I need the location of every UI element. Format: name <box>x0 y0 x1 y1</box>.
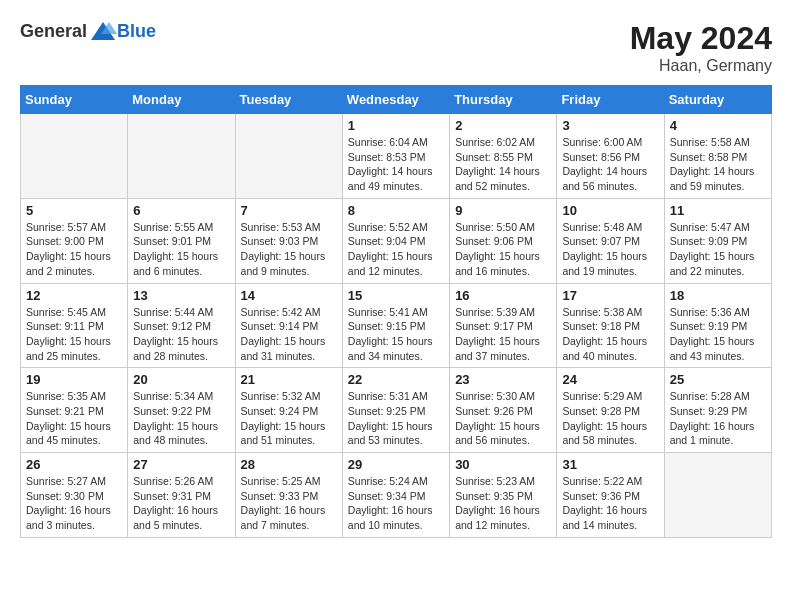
day-info: Sunrise: 5:27 AMSunset: 9:30 PMDaylight:… <box>26 474 122 533</box>
calendar-cell: 20Sunrise: 5:34 AMSunset: 9:22 PMDayligh… <box>128 368 235 453</box>
day-header-wednesday: Wednesday <box>342 86 449 114</box>
day-info: Sunrise: 6:04 AMSunset: 8:53 PMDaylight:… <box>348 135 444 194</box>
day-info: Sunrise: 5:34 AMSunset: 9:22 PMDaylight:… <box>133 389 229 448</box>
day-info: Sunrise: 5:57 AMSunset: 9:00 PMDaylight:… <box>26 220 122 279</box>
calendar-cell: 8Sunrise: 5:52 AMSunset: 9:04 PMDaylight… <box>342 198 449 283</box>
title-block: May 2024 Haan, Germany <box>630 20 772 75</box>
day-number: 5 <box>26 203 122 218</box>
day-header-monday: Monday <box>128 86 235 114</box>
day-info: Sunrise: 5:30 AMSunset: 9:26 PMDaylight:… <box>455 389 551 448</box>
day-info: Sunrise: 5:45 AMSunset: 9:11 PMDaylight:… <box>26 305 122 364</box>
day-number: 4 <box>670 118 766 133</box>
day-info: Sunrise: 5:41 AMSunset: 9:15 PMDaylight:… <box>348 305 444 364</box>
day-number: 29 <box>348 457 444 472</box>
day-number: 15 <box>348 288 444 303</box>
day-info: Sunrise: 6:00 AMSunset: 8:56 PMDaylight:… <box>562 135 658 194</box>
day-number: 18 <box>670 288 766 303</box>
calendar-cell: 9Sunrise: 5:50 AMSunset: 9:06 PMDaylight… <box>450 198 557 283</box>
calendar-cell: 25Sunrise: 5:28 AMSunset: 9:29 PMDayligh… <box>664 368 771 453</box>
day-number: 2 <box>455 118 551 133</box>
calendar-cell: 10Sunrise: 5:48 AMSunset: 9:07 PMDayligh… <box>557 198 664 283</box>
day-info: Sunrise: 5:55 AMSunset: 9:01 PMDaylight:… <box>133 220 229 279</box>
day-info: Sunrise: 5:36 AMSunset: 9:19 PMDaylight:… <box>670 305 766 364</box>
day-number: 27 <box>133 457 229 472</box>
calendar-cell: 3Sunrise: 6:00 AMSunset: 8:56 PMDaylight… <box>557 114 664 199</box>
day-number: 12 <box>26 288 122 303</box>
calendar-cell: 29Sunrise: 5:24 AMSunset: 9:34 PMDayligh… <box>342 453 449 538</box>
calendar-cell: 14Sunrise: 5:42 AMSunset: 9:14 PMDayligh… <box>235 283 342 368</box>
calendar-cell: 4Sunrise: 5:58 AMSunset: 8:58 PMDaylight… <box>664 114 771 199</box>
calendar-cell: 21Sunrise: 5:32 AMSunset: 9:24 PMDayligh… <box>235 368 342 453</box>
day-number: 31 <box>562 457 658 472</box>
calendar-cell <box>128 114 235 199</box>
day-info: Sunrise: 5:28 AMSunset: 9:29 PMDaylight:… <box>670 389 766 448</box>
calendar-cell: 7Sunrise: 5:53 AMSunset: 9:03 PMDaylight… <box>235 198 342 283</box>
day-info: Sunrise: 5:29 AMSunset: 9:28 PMDaylight:… <box>562 389 658 448</box>
calendar-week-3: 12Sunrise: 5:45 AMSunset: 9:11 PMDayligh… <box>21 283 772 368</box>
day-info: Sunrise: 5:47 AMSunset: 9:09 PMDaylight:… <box>670 220 766 279</box>
day-number: 21 <box>241 372 337 387</box>
day-number: 24 <box>562 372 658 387</box>
day-number: 20 <box>133 372 229 387</box>
day-number: 6 <box>133 203 229 218</box>
calendar-cell: 18Sunrise: 5:36 AMSunset: 9:19 PMDayligh… <box>664 283 771 368</box>
day-number: 8 <box>348 203 444 218</box>
day-info: Sunrise: 5:58 AMSunset: 8:58 PMDaylight:… <box>670 135 766 194</box>
calendar-week-2: 5Sunrise: 5:57 AMSunset: 9:00 PMDaylight… <box>21 198 772 283</box>
calendar-cell: 19Sunrise: 5:35 AMSunset: 9:21 PMDayligh… <box>21 368 128 453</box>
day-number: 7 <box>241 203 337 218</box>
day-info: Sunrise: 5:50 AMSunset: 9:06 PMDaylight:… <box>455 220 551 279</box>
calendar-cell <box>21 114 128 199</box>
day-info: Sunrise: 5:26 AMSunset: 9:31 PMDaylight:… <box>133 474 229 533</box>
calendar-cell: 2Sunrise: 6:02 AMSunset: 8:55 PMDaylight… <box>450 114 557 199</box>
day-info: Sunrise: 5:52 AMSunset: 9:04 PMDaylight:… <box>348 220 444 279</box>
day-number: 3 <box>562 118 658 133</box>
day-info: Sunrise: 5:48 AMSunset: 9:07 PMDaylight:… <box>562 220 658 279</box>
day-number: 17 <box>562 288 658 303</box>
logo-icon <box>89 20 117 42</box>
day-info: Sunrise: 5:44 AMSunset: 9:12 PMDaylight:… <box>133 305 229 364</box>
day-header-tuesday: Tuesday <box>235 86 342 114</box>
calendar-cell: 31Sunrise: 5:22 AMSunset: 9:36 PMDayligh… <box>557 453 664 538</box>
calendar-cell: 11Sunrise: 5:47 AMSunset: 9:09 PMDayligh… <box>664 198 771 283</box>
day-info: Sunrise: 5:38 AMSunset: 9:18 PMDaylight:… <box>562 305 658 364</box>
day-number: 19 <box>26 372 122 387</box>
day-number: 23 <box>455 372 551 387</box>
day-info: Sunrise: 5:24 AMSunset: 9:34 PMDaylight:… <box>348 474 444 533</box>
day-number: 11 <box>670 203 766 218</box>
day-info: Sunrise: 5:42 AMSunset: 9:14 PMDaylight:… <box>241 305 337 364</box>
day-number: 10 <box>562 203 658 218</box>
calendar-cell <box>235 114 342 199</box>
day-number: 14 <box>241 288 337 303</box>
calendar-cell: 23Sunrise: 5:30 AMSunset: 9:26 PMDayligh… <box>450 368 557 453</box>
logo-general: General <box>20 21 87 42</box>
day-number: 22 <box>348 372 444 387</box>
calendar-cell: 28Sunrise: 5:25 AMSunset: 9:33 PMDayligh… <box>235 453 342 538</box>
day-info: Sunrise: 5:35 AMSunset: 9:21 PMDaylight:… <box>26 389 122 448</box>
day-number: 13 <box>133 288 229 303</box>
day-info: Sunrise: 5:53 AMSunset: 9:03 PMDaylight:… <box>241 220 337 279</box>
days-header-row: SundayMondayTuesdayWednesdayThursdayFrid… <box>21 86 772 114</box>
calendar-cell: 27Sunrise: 5:26 AMSunset: 9:31 PMDayligh… <box>128 453 235 538</box>
day-number: 9 <box>455 203 551 218</box>
calendar-week-4: 19Sunrise: 5:35 AMSunset: 9:21 PMDayligh… <box>21 368 772 453</box>
page-header: General Blue May 2024 Haan, Germany <box>20 20 772 75</box>
calendar-cell: 13Sunrise: 5:44 AMSunset: 9:12 PMDayligh… <box>128 283 235 368</box>
calendar-week-5: 26Sunrise: 5:27 AMSunset: 9:30 PMDayligh… <box>21 453 772 538</box>
calendar-cell: 15Sunrise: 5:41 AMSunset: 9:15 PMDayligh… <box>342 283 449 368</box>
day-info: Sunrise: 5:31 AMSunset: 9:25 PMDaylight:… <box>348 389 444 448</box>
calendar-cell: 17Sunrise: 5:38 AMSunset: 9:18 PMDayligh… <box>557 283 664 368</box>
calendar-cell: 16Sunrise: 5:39 AMSunset: 9:17 PMDayligh… <box>450 283 557 368</box>
day-info: Sunrise: 5:32 AMSunset: 9:24 PMDaylight:… <box>241 389 337 448</box>
logo-blue: Blue <box>117 21 156 42</box>
calendar-table: SundayMondayTuesdayWednesdayThursdayFrid… <box>20 85 772 538</box>
month-year: May 2024 <box>630 20 772 57</box>
calendar-cell: 26Sunrise: 5:27 AMSunset: 9:30 PMDayligh… <box>21 453 128 538</box>
day-info: Sunrise: 6:02 AMSunset: 8:55 PMDaylight:… <box>455 135 551 194</box>
calendar-cell: 5Sunrise: 5:57 AMSunset: 9:00 PMDaylight… <box>21 198 128 283</box>
location: Haan, Germany <box>630 57 772 75</box>
calendar-cell: 22Sunrise: 5:31 AMSunset: 9:25 PMDayligh… <box>342 368 449 453</box>
day-info: Sunrise: 5:25 AMSunset: 9:33 PMDaylight:… <box>241 474 337 533</box>
calendar-cell: 6Sunrise: 5:55 AMSunset: 9:01 PMDaylight… <box>128 198 235 283</box>
calendar-cell: 24Sunrise: 5:29 AMSunset: 9:28 PMDayligh… <box>557 368 664 453</box>
